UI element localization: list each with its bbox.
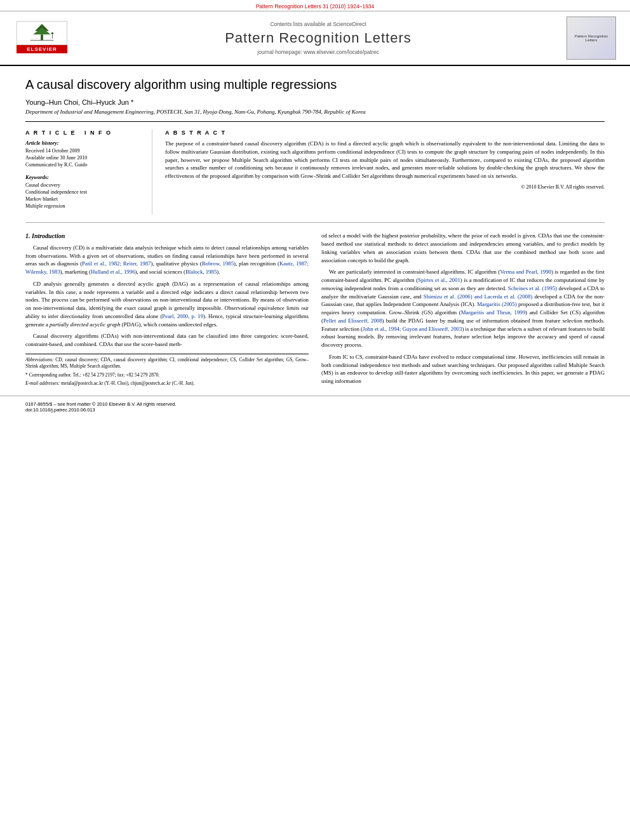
history-label: Article history: bbox=[25, 140, 143, 146]
cover-title-line2: Letters bbox=[586, 38, 597, 42]
abstract-text: The purpose of a constraint-based causal… bbox=[165, 140, 605, 180]
bottom-bar: 0167-8655/$ – see front matter © 2010 El… bbox=[0, 396, 630, 418]
footnotes-section: Abbreviations: CD, causal discovery; CDA… bbox=[25, 354, 309, 387]
article-keywords: Keywords: Causal discovery Conditional i… bbox=[25, 174, 143, 210]
footnote-email: E-mail addresses: metala@postech.ac.kr (… bbox=[25, 380, 309, 387]
elsevier-logo: ELSEVIER bbox=[17, 21, 67, 56]
body-section: 1. Introduction Causal discovery (CD) is… bbox=[25, 223, 605, 389]
svg-rect-0 bbox=[41, 34, 43, 40]
svg-point-4 bbox=[51, 32, 54, 34]
keyword-4: Multiple regression bbox=[25, 203, 143, 210]
article-info-column: A R T I C L E I N F O Article history: R… bbox=[25, 130, 152, 215]
ref-margaritis: Margaritis (2005) bbox=[477, 301, 516, 307]
history-communicated: Communicated by R.C. Guido bbox=[25, 161, 143, 168]
article-title: A causal discovery algorithm using multi… bbox=[25, 77, 605, 92]
abstract-column: A B S T R A C T The purpose of a constra… bbox=[165, 130, 605, 215]
article-info-label: A R T I C L E I N F O bbox=[25, 130, 143, 136]
keyword-1: Causal discovery bbox=[25, 182, 143, 189]
ref-blalock: Blalock, 1985 bbox=[185, 269, 217, 275]
ref-scheines: Scheines et al. (1995) bbox=[508, 285, 557, 291]
elsevier-logo-section: ELSEVIER bbox=[10, 21, 74, 56]
authors-text: Young–Hun Choi, Chi–Hyuck Jun * bbox=[25, 98, 133, 106]
ref-kautz: Kautz, 1987; Wilensky, 1983 bbox=[25, 260, 309, 275]
article-meta-section: A R T I C L E I N F O Article history: R… bbox=[25, 122, 605, 223]
issn-text: 0167-8655/$ – see front matter © 2010 El… bbox=[25, 401, 176, 407]
journal-reference: Pattern Recognition Letters 31 (2010) 19… bbox=[256, 3, 375, 10]
ref-bobrow: Bobrow, 1985 bbox=[202, 260, 234, 267]
ref-patil: Patil et al., 1982; Reiter, 1987 bbox=[82, 260, 151, 267]
history-received: Received 14 October 2009 bbox=[25, 147, 143, 154]
article-title-section: A causal discovery algorithm using multi… bbox=[25, 66, 605, 122]
science-direct-text: Contents lists available at ScienceDirec… bbox=[270, 21, 366, 27]
journal-cover-thumbnail: Pattern Recognition Letters bbox=[563, 17, 620, 60]
ref-shimizu: Shimizu et al. (2006) and Lacerda et al.… bbox=[424, 293, 533, 300]
abstract-copyright: © 2010 Elsevier B.V. All rights reserved… bbox=[165, 184, 605, 190]
ref-john: John et al., 1994; Guyon and Elisseeff, … bbox=[363, 326, 462, 332]
body-col-right: od select a model with the highest poste… bbox=[321, 232, 605, 389]
ref-margaritis-thrun: Margaritis and Thrun, 1999 bbox=[461, 309, 525, 316]
ref-hulland: Hulland et al., 1996 bbox=[91, 269, 135, 275]
ref-spirtes: Spirtes et al., 2001 bbox=[418, 277, 460, 283]
footnote-abbrev: Abbreviations: CD, causal discovery; CDA… bbox=[25, 357, 309, 370]
body-para-1: Causal discovery (CD) is a multivariate … bbox=[25, 244, 309, 276]
journal-header-center: Contents lists available at ScienceDirec… bbox=[79, 21, 558, 55]
journal-top-bar: Pattern Recognition Letters 31 (2010) 19… bbox=[0, 0, 630, 11]
journal-homepage: journal homepage: www.elsevier.com/locat… bbox=[79, 49, 558, 55]
ref-verma: Verma and Pearl, 1990 bbox=[500, 269, 551, 275]
keyword-2: Conditional independence test bbox=[25, 189, 143, 196]
elsevier-logo-image bbox=[17, 21, 67, 45]
main-content: A causal discovery algorithm using multi… bbox=[0, 66, 630, 389]
journal-title: Pattern Recognition Letters bbox=[79, 30, 558, 46]
elsevier-brand: ELSEVIER bbox=[17, 45, 67, 53]
body-para-3: Causal discovery algorithms (CDAs) with … bbox=[25, 332, 309, 349]
ref-pearl: Pearl, 2000, p. 19 bbox=[162, 313, 203, 319]
doi-text: doi:10.1016/j.patrec.2010.06.013 bbox=[25, 407, 95, 413]
section-1-heading: 1. Introduction bbox=[25, 232, 309, 241]
journal-cover-image: Pattern Recognition Letters bbox=[566, 17, 616, 60]
body-col-left: 1. Introduction Causal discovery (CD) is… bbox=[25, 232, 309, 389]
article-authors: Young–Hun Choi, Chi–Hyuck Jun * bbox=[25, 98, 605, 106]
body-right-para-3: From IC to CS, constraint-based CDAs hav… bbox=[321, 353, 605, 385]
footnote-corresponding: * Corresponding author. Tel.: +82 54 279… bbox=[25, 372, 309, 379]
body-right-para-2: We are particularly interested in constr… bbox=[321, 268, 605, 349]
history-available: Available online 30 June 2010 bbox=[25, 154, 143, 161]
keyword-3: Markov blanket bbox=[25, 196, 143, 203]
body-right-para-1: od select a model with the highest poste… bbox=[321, 232, 605, 264]
body-para-2: CD analysis generally generates a direct… bbox=[25, 280, 309, 329]
abstract-label: A B S T R A C T bbox=[165, 130, 605, 136]
ref-pellet: Pellet and Elisseeff, 2008 bbox=[323, 317, 382, 324]
keywords-label: Keywords: bbox=[25, 174, 143, 180]
article-affiliation: Department of Industrial and Management … bbox=[25, 109, 605, 115]
elsevier-tree-icon bbox=[23, 23, 61, 43]
journal-header: ELSEVIER Contents lists available at Sci… bbox=[0, 11, 630, 66]
article-history: Article history: Received 14 October 200… bbox=[25, 140, 143, 169]
science-direct-info: Contents lists available at ScienceDirec… bbox=[79, 21, 558, 27]
